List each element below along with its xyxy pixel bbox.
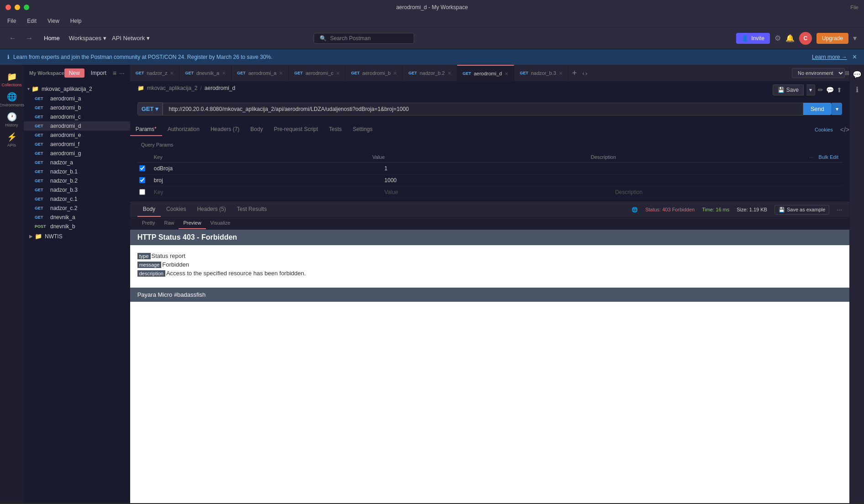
url-input[interactable] — [163, 103, 803, 116]
forward-button[interactable]: → — [24, 32, 35, 44]
tab-close-icon[interactable]: ✕ — [393, 71, 397, 76]
list-item[interactable]: GET aerodromi_a — [24, 94, 130, 103]
list-item[interactable]: GET dnevnik_a — [24, 213, 130, 222]
tab-authorization[interactable]: Authorization — [162, 123, 205, 136]
more-button[interactable]: ··· — [119, 68, 125, 78]
folder-nwtis[interactable]: ▶ 📁 NWTIS — [24, 231, 130, 242]
list-item[interactable]: GET aerodromi_b — [24, 103, 130, 112]
list-item[interactable]: GET aerodromi_f — [24, 140, 130, 149]
back-button[interactable]: ← — [7, 32, 18, 44]
tab-body[interactable]: Body — [245, 123, 268, 136]
sidebar-item-environments[interactable]: 🌐 Environments — [3, 90, 21, 109]
tab-headers[interactable]: Headers (7) — [205, 123, 245, 136]
tab-dnevnik-a[interactable]: GET dnevnik_a ✕ — [179, 65, 232, 81]
resp-tab-cookies[interactable]: Cookies — [161, 202, 191, 217]
env-manage-button[interactable]: ⊞ — [845, 70, 849, 76]
param-value-1[interactable]: 1 — [381, 163, 611, 173]
param-check-empty[interactable] — [137, 186, 150, 198]
preview-tab-visualize[interactable]: Visualize — [206, 217, 235, 229]
list-item[interactable]: GET nadzor_b.3 — [24, 185, 130, 194]
notifications-button[interactable]: 🔔 — [785, 34, 795, 42]
list-item[interactable]: GET aerodromi_g — [24, 149, 130, 158]
window-controls[interactable] — [5, 5, 29, 10]
menu-edit[interactable]: Edit — [25, 17, 38, 25]
minimize-btn[interactable] — [15, 5, 20, 10]
environment-select[interactable]: No environment — [792, 68, 845, 78]
sort-button[interactable]: ≡ — [113, 68, 116, 78]
menu-file[interactable]: File — [850, 5, 859, 10]
preview-tab-raw[interactable]: Raw — [159, 217, 179, 229]
upgrade-button[interactable]: Upgrade — [817, 33, 848, 44]
avatar[interactable]: C — [799, 32, 812, 45]
menu-file[interactable]: File — [5, 17, 18, 25]
search-bar[interactable]: 🔍 Search Postman — [314, 33, 414, 44]
tab-aerodromi-c[interactable]: GET aerodromi_c ✕ — [289, 65, 346, 81]
add-tab-button[interactable]: + — [569, 68, 581, 78]
sidebar-item-collections[interactable]: 📁 Collections — [3, 70, 21, 89]
tab-nadzor-z[interactable]: GET nadzor_z ✕ — [130, 65, 180, 81]
home-link[interactable]: Home — [40, 33, 63, 43]
banner-close-button[interactable]: × — [853, 53, 857, 61]
sidebar-item-history[interactable]: 🕐 History — [3, 110, 21, 129]
comments-button[interactable]: 💬 — [851, 68, 864, 81]
bulk-edit-button[interactable]: Bulk Edit — [819, 154, 838, 160]
tab-pre-request[interactable]: Pre-request Script — [269, 123, 324, 136]
resp-tab-headers[interactable]: Headers (5) — [191, 202, 231, 217]
new-button[interactable]: New — [64, 68, 84, 78]
api-network-dropdown[interactable]: API Network ▾ — [112, 35, 150, 42]
list-item[interactable]: GET nadzor_b.1 — [24, 167, 130, 176]
tab-scroll-left[interactable]: ‹ — [582, 70, 584, 77]
list-item[interactable]: GET nadzor_c.1 — [24, 194, 130, 204]
tab-close-icon[interactable]: ✕ — [336, 71, 340, 76]
param-value-2[interactable]: 1000 — [381, 175, 611, 185]
comment-button[interactable]: 💬 — [826, 86, 834, 94]
list-item[interactable]: GET aerodromi_e — [24, 131, 130, 140]
response-more-button[interactable]: ··· — [837, 206, 842, 213]
save-dropdown-button[interactable]: ▾ — [806, 84, 815, 95]
tab-settings[interactable]: Settings — [347, 123, 378, 136]
param-key-2[interactable]: broj — [150, 175, 381, 185]
learn-more-link[interactable]: Learn more → — [812, 54, 847, 60]
share-button[interactable]: ⬆ — [837, 86, 842, 94]
cookies-link[interactable]: Cookies — [809, 124, 838, 135]
list-item[interactable]: POST dnevnik_b — [24, 222, 130, 231]
tab-close-icon[interactable]: ✕ — [448, 71, 451, 76]
method-select[interactable]: GET ▾ — [137, 102, 163, 116]
preview-tab-preview[interactable]: Preview — [179, 217, 205, 229]
tab-nadzor-b3[interactable]: GET nadzor_b.3 ✕ — [514, 65, 569, 81]
list-item[interactable]: GET nadzor_a — [24, 158, 130, 167]
preview-tab-pretty[interactable]: Pretty — [137, 217, 160, 229]
list-item[interactable]: GET aerodromi_c — [24, 112, 130, 121]
info-button[interactable]: ℹ — [854, 84, 860, 96]
save-example-button[interactable]: 💾 Save as example — [774, 205, 829, 215]
param-check-2[interactable] — [137, 174, 150, 186]
save-button[interactable]: 💾 Save — [773, 84, 804, 95]
upgrade-dropdown[interactable]: ▾ — [853, 34, 857, 42]
code-view-button[interactable]: </> — [840, 126, 849, 133]
resp-tab-body[interactable]: Body — [137, 202, 161, 217]
send-button[interactable]: Send — [803, 103, 832, 115]
close-btn[interactable] — [5, 5, 11, 10]
maximize-btn[interactable] — [24, 5, 29, 10]
edit-button[interactable]: ✏ — [818, 86, 823, 94]
tab-close-icon[interactable]: ✕ — [559, 71, 563, 76]
send-dropdown-button[interactable]: ▾ — [832, 103, 842, 115]
tab-params[interactable]: Params● — [130, 123, 162, 136]
sidebar-item-apis[interactable]: ⚡ APIs — [3, 131, 21, 149]
tab-aerodromi-d[interactable]: GET aerodromi_d ✕ — [457, 65, 514, 81]
settings-button[interactable]: ⚙ — [774, 34, 781, 42]
param-key-empty[interactable]: Key — [150, 187, 381, 197]
import-button[interactable]: Import — [87, 68, 110, 78]
tab-close-icon[interactable]: ✕ — [505, 71, 508, 76]
tab-close-icon[interactable]: ✕ — [170, 71, 174, 76]
menu-view[interactable]: View — [46, 17, 61, 25]
folder-mkovac[interactable]: ▾ 📁 mkovac_aplikacija_2 — [24, 84, 130, 94]
list-item[interactable]: GET nadzor_b.2 — [24, 176, 130, 185]
tab-tests[interactable]: Tests — [323, 123, 347, 136]
invite-button[interactable]: 👤 Invite — [736, 33, 770, 44]
tab-close-icon[interactable]: ✕ — [279, 71, 283, 76]
tab-aerodromi-b[interactable]: GET aerodromi_b ✕ — [346, 65, 403, 81]
list-item[interactable]: GET nadzor_c.2 — [24, 204, 130, 213]
param-key-1[interactable]: odBroja — [150, 163, 381, 173]
list-item[interactable]: GET aerodromi_d — [24, 121, 130, 131]
